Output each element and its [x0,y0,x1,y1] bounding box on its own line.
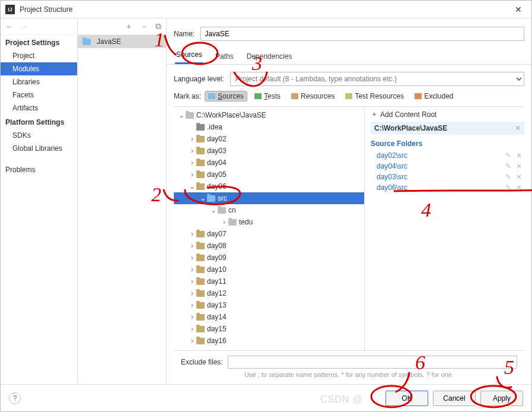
source-folder-row[interactable]: day03\src✎✕ [371,172,524,182]
tree-row[interactable]: ⌄cn [174,204,364,216]
chevron-right-icon[interactable]: › [188,253,196,262]
chevron-right-icon[interactable]: › [188,277,196,286]
sidebar-item-global-libraries[interactable]: Global Libraries [1,142,77,155]
remove-root-icon[interactable]: ✕ [515,124,521,132]
source-folder-row[interactable]: day02\src✎✕ [371,150,524,161]
tree-row[interactable]: ›day10 [174,264,364,275]
chevron-right-icon[interactable]: › [188,265,196,274]
sidebar-item-project[interactable]: Project [1,49,77,62]
sidebar-section-project-settings: Project Settings [1,35,77,49]
copy-module-icon[interactable]: ⧉ [155,21,161,31]
edit-icon[interactable]: ✎ [505,162,511,170]
mark-test-resources-button[interactable]: Test Resources [342,91,407,102]
help-button[interactable]: ? [9,392,21,404]
mark-sources-button[interactable]: Sources [205,91,247,102]
mark-as-label: Mark as: [174,92,201,100]
language-level-select[interactable]: Project default (8 - Lambdas, type annot… [230,72,524,86]
tab-sources[interactable]: Sources [175,47,203,64]
chevron-right-icon[interactable]: › [188,337,196,345]
tree-row[interactable]: ›day13 [174,299,364,311]
edit-icon[interactable]: ✎ [505,173,511,181]
chevron-down-icon[interactable]: ⌄ [209,206,218,214]
module-item-javase[interactable]: JavaSE [78,35,166,48]
edit-icon[interactable]: ✎ [505,183,511,192]
tree-row[interactable]: ›day07 [174,228,364,240]
tree-row[interactable]: ›day09 [174,252,364,264]
chevron-right-icon[interactable]: › [188,289,196,297]
tree-row[interactable]: ›day12 [174,287,364,299]
sidebar-item-modules[interactable]: Modules [1,62,77,75]
tree-row-label: day08 [207,242,227,250]
edit-icon[interactable]: ✎ [505,151,511,160]
close-icon[interactable]: ✕ [510,2,527,17]
chevron-down-icon[interactable]: ⌄ [199,194,207,202]
tree-row-label: src [218,194,227,202]
tree-row[interactable]: ›day05 [174,169,364,180]
chevron-right-icon[interactable]: › [188,242,196,250]
back-icon[interactable]: ← [5,22,14,31]
remove-icon[interactable]: ✕ [516,183,522,192]
exclude-files-input[interactable] [228,356,517,369]
chevron-right-icon[interactable]: › [188,230,196,238]
cancel-button[interactable]: Cancel [433,391,476,406]
chevron-right-icon[interactable]: › [188,170,196,179]
chevron-right-icon[interactable]: › [188,301,196,309]
tree-row[interactable]: ›day14 [174,311,364,323]
add-module-icon[interactable]: ＋ [125,21,133,32]
tab-dependencies[interactable]: Dependencies [246,49,294,64]
tree-row[interactable]: ⌄day06 [174,180,364,192]
module-icon [82,39,91,45]
remove-icon[interactable]: ✕ [516,151,522,160]
module-name-input[interactable] [200,27,524,41]
source-folder-row[interactable]: day06\src✎✕ [371,182,524,193]
sidebar-item-libraries[interactable]: Libraries [1,75,77,88]
tree-row-label: day14 [207,313,227,321]
add-content-root-button[interactable]: ＋Add Content Root [371,107,524,122]
tree-row-label: C:\WorkPlace\JavaSE [196,111,266,119]
tab-paths[interactable]: Paths [214,49,235,64]
forward-icon: → [20,22,28,31]
chevron-down-icon[interactable]: ⌄ [188,182,196,191]
tree-row[interactable]: ›day02 [174,133,364,145]
tree-row[interactable]: ›day03 [174,145,364,157]
apply-button[interactable]: Apply [480,391,523,406]
tree-row[interactable]: ⌄C:\WorkPlace\JavaSE [174,109,364,121]
folder-icon [228,219,237,226]
folder-icon [196,314,205,321]
chevron-down-icon[interactable]: ⌄ [177,111,186,119]
folder-icon [196,183,205,190]
mark-excluded-button[interactable]: Excluded [411,91,457,102]
chevron-right-icon[interactable]: › [188,147,196,155]
tree-row[interactable]: ›tedu [174,216,364,228]
remove-module-icon[interactable]: － [140,21,148,32]
sidebar-item-artifacts[interactable]: Artifacts [1,102,77,115]
sidebar: ← → Project Settings Project Modules Lib… [1,18,78,384]
tree-row[interactable]: ›day15 [174,323,364,335]
ok-button[interactable]: OK [386,391,428,406]
remove-icon[interactable]: ✕ [516,162,522,170]
chevron-right-icon[interactable]: › [188,159,196,167]
tree-row[interactable]: ›day08 [174,240,364,252]
chevron-right-icon[interactable]: › [188,325,196,333]
mark-resources-button[interactable]: Resources [288,91,338,102]
sidebar-item-sdks[interactable]: SDKs [1,129,77,142]
window-title: Project Structure [20,5,510,14]
tree-row[interactable]: ›day16 [174,335,364,347]
chevron-right-icon[interactable]: › [220,218,228,226]
source-folder-row[interactable]: day04\src✎✕ [371,161,524,172]
folder-icon [207,195,215,202]
tree-row[interactable]: .idea [174,121,364,133]
tree-row-label: day11 [207,277,227,286]
sidebar-item-facets[interactable]: Facets [1,88,77,102]
tree-row-label: day10 [207,265,227,274]
mark-tests-button[interactable]: Tests [251,91,284,102]
sidebar-item-problems[interactable]: Problems [1,163,77,176]
source-tree[interactable]: ⌄C:\WorkPlace\JavaSE.idea›day02›day03›da… [174,107,364,350]
remove-icon[interactable]: ✕ [516,173,522,181]
tree-row[interactable]: ⌄src [174,192,364,204]
content-root-path[interactable]: C:\WorkPlace\JavaSE ✕ [371,122,524,135]
tree-row[interactable]: ›day04 [174,157,364,169]
tree-row[interactable]: ›day11 [174,275,364,287]
chevron-right-icon[interactable]: › [188,313,196,321]
chevron-right-icon[interactable]: › [188,135,196,143]
